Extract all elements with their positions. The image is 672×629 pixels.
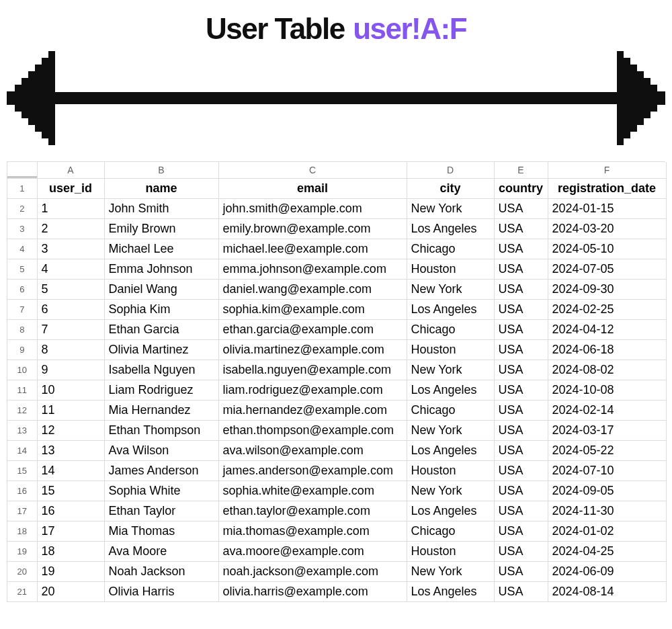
table-row[interactable]: 1413Ava Wilsonava.wilson@example.comLos …	[7, 441, 666, 461]
cell-country[interactable]: USA	[494, 239, 548, 259]
cell-city[interactable]: Los Angeles	[407, 219, 494, 239]
row-number[interactable]: 5	[7, 259, 37, 280]
cell-user_id[interactable]: 3	[37, 239, 104, 259]
field-header-registration_date[interactable]: registration_date	[548, 179, 666, 199]
cell-user_id[interactable]: 15	[37, 481, 104, 501]
cell-registration_date[interactable]: 2024-11-30	[548, 501, 666, 521]
cell-name[interactable]: Emma Johnson	[104, 259, 218, 280]
row-number[interactable]: 21	[7, 582, 37, 602]
cell-city[interactable]: New York	[407, 562, 494, 582]
row-number[interactable]: 3	[7, 219, 37, 239]
column-header-B[interactable]: B	[104, 162, 218, 179]
cell-user_id[interactable]: 11	[37, 401, 104, 421]
row-number[interactable]: 18	[7, 521, 37, 542]
row-number[interactable]: 8	[7, 320, 37, 340]
cell-city[interactable]: Houston	[407, 542, 494, 562]
table-row[interactable]: 65Daniel Wangdaniel.wang@example.comNew …	[7, 280, 666, 300]
row-number[interactable]: 13	[7, 421, 37, 441]
spreadsheet[interactable]: A B C D E F 1user_idnameemailcitycountry…	[7, 161, 665, 602]
cell-name[interactable]: Olivia Martinez	[104, 340, 218, 360]
cell-user_id[interactable]: 12	[37, 421, 104, 441]
row-number[interactable]: 14	[7, 441, 37, 461]
cell-country[interactable]: USA	[494, 380, 548, 401]
row-number[interactable]: 11	[7, 380, 37, 401]
table-row[interactable]: 2120Olivia Harrisolivia.harris@example.c…	[7, 582, 666, 602]
cell-user_id[interactable]: 9	[37, 360, 104, 380]
cell-city[interactable]: New York	[407, 280, 494, 300]
table-header-row[interactable]: 1user_idnameemailcitycountryregistration…	[7, 179, 666, 199]
cell-city[interactable]: New York	[407, 481, 494, 501]
row-number[interactable]: 4	[7, 239, 37, 259]
table-row[interactable]: 2019Noah Jacksonnoah.jackson@example.com…	[7, 562, 666, 582]
cell-registration_date[interactable]: 2024-08-14	[548, 582, 666, 602]
cell-name[interactable]: Michael Lee	[104, 239, 218, 259]
cell-email[interactable]: ava.wilson@example.com	[218, 441, 407, 461]
table-row[interactable]: 1211Mia Hernandezmia.hernandez@example.c…	[7, 401, 666, 421]
cell-user_id[interactable]: 4	[37, 259, 104, 280]
cell-name[interactable]: James Anderson	[104, 461, 218, 481]
cell-email[interactable]: sophia.kim@example.com	[218, 300, 407, 320]
cell-email[interactable]: noah.jackson@example.com	[218, 562, 407, 582]
cell-name[interactable]: Ethan Garcia	[104, 320, 218, 340]
cell-country[interactable]: USA	[494, 360, 548, 380]
table-row[interactable]: 1312Ethan Thompsonethan.thompson@example…	[7, 421, 666, 441]
cell-name[interactable]: John Smith	[104, 199, 218, 219]
row-number[interactable]: 17	[7, 501, 37, 521]
cell-email[interactable]: isabella.nguyen@example.com	[218, 360, 407, 380]
cell-country[interactable]: USA	[494, 501, 548, 521]
cell-name[interactable]: Ava Moore	[104, 542, 218, 562]
cell-email[interactable]: mia.thomas@example.com	[218, 521, 407, 542]
cell-user_id[interactable]: 2	[37, 219, 104, 239]
cell-city[interactable]: New York	[407, 421, 494, 441]
cell-registration_date[interactable]: 2024-08-02	[548, 360, 666, 380]
cell-user_id[interactable]: 13	[37, 441, 104, 461]
table-row[interactable]: 1918Ava Mooreava.moore@example.comHousto…	[7, 542, 666, 562]
cell-name[interactable]: Emily Brown	[104, 219, 218, 239]
cell-email[interactable]: james.anderson@example.com	[218, 461, 407, 481]
cell-city[interactable]: New York	[407, 199, 494, 219]
cell-registration_date[interactable]: 2024-04-25	[548, 542, 666, 562]
cell-name[interactable]: Sophia White	[104, 481, 218, 501]
cell-email[interactable]: olivia.harris@example.com	[218, 582, 407, 602]
cell-email[interactable]: john.smith@example.com	[218, 199, 407, 219]
field-header-country[interactable]: country	[494, 179, 548, 199]
row-number[interactable]: 15	[7, 461, 37, 481]
cell-registration_date[interactable]: 2024-03-20	[548, 219, 666, 239]
cell-city[interactable]: Chicago	[407, 239, 494, 259]
cell-name[interactable]: Ethan Thompson	[104, 421, 218, 441]
cell-email[interactable]: ethan.thompson@example.com	[218, 421, 407, 441]
cell-name[interactable]: Ava Wilson	[104, 441, 218, 461]
cell-country[interactable]: USA	[494, 280, 548, 300]
cell-city[interactable]: Los Angeles	[407, 501, 494, 521]
select-all-cell[interactable]	[7, 162, 37, 179]
cell-country[interactable]: USA	[494, 401, 548, 421]
cell-user_id[interactable]: 10	[37, 380, 104, 401]
cell-registration_date[interactable]: 2024-03-17	[548, 421, 666, 441]
cell-registration_date[interactable]: 2024-01-15	[548, 199, 666, 219]
field-header-city[interactable]: city	[407, 179, 494, 199]
cell-name[interactable]: Noah Jackson	[104, 562, 218, 582]
cell-user_id[interactable]: 1	[37, 199, 104, 219]
table-row[interactable]: 54Emma Johnsonemma.johnson@example.comHo…	[7, 259, 666, 280]
cell-name[interactable]: Ethan Taylor	[104, 501, 218, 521]
cell-country[interactable]: USA	[494, 421, 548, 441]
cell-name[interactable]: Mia Hernandez	[104, 401, 218, 421]
cell-email[interactable]: emma.johnson@example.com	[218, 259, 407, 280]
cell-email[interactable]: daniel.wang@example.com	[218, 280, 407, 300]
cell-user_id[interactable]: 17	[37, 521, 104, 542]
field-header-email[interactable]: email	[218, 179, 407, 199]
cell-registration_date[interactable]: 2024-10-08	[548, 380, 666, 401]
cell-registration_date[interactable]: 2024-02-14	[548, 401, 666, 421]
cell-city[interactable]: Houston	[407, 259, 494, 280]
cell-user_id[interactable]: 6	[37, 300, 104, 320]
cell-user_id[interactable]: 5	[37, 280, 104, 300]
cell-country[interactable]: USA	[494, 562, 548, 582]
table-row[interactable]: 87Ethan Garciaethan.garcia@example.comCh…	[7, 320, 666, 340]
cell-city[interactable]: Los Angeles	[407, 441, 494, 461]
cell-user_id[interactable]: 19	[37, 562, 104, 582]
cell-registration_date[interactable]: 2024-09-05	[548, 481, 666, 501]
cell-country[interactable]: USA	[494, 481, 548, 501]
column-header-C[interactable]: C	[218, 162, 407, 179]
cell-country[interactable]: USA	[494, 259, 548, 280]
cell-name[interactable]: Isabella Nguyen	[104, 360, 218, 380]
